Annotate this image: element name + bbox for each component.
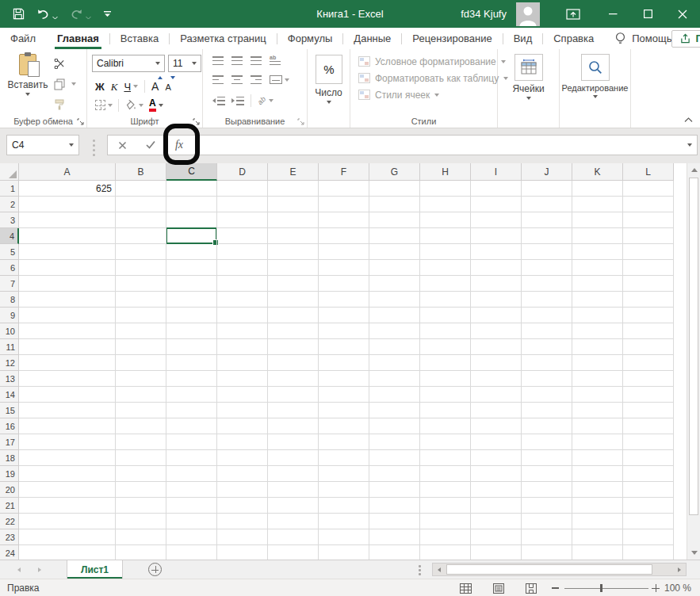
cells-button[interactable]: Ячейки xyxy=(498,54,559,100)
expand-formula-bar-icon[interactable] xyxy=(687,143,692,147)
row-header-1[interactable]: 1 xyxy=(0,181,19,197)
number-dropdown-icon[interactable] xyxy=(327,101,331,104)
row-header-21[interactable]: 21 xyxy=(0,498,19,514)
vertical-scrollbar[interactable] xyxy=(687,163,700,560)
row-header-7[interactable]: 7 xyxy=(0,276,19,292)
active-cell-selection[interactable] xyxy=(166,227,217,244)
ribbon-tab-6[interactable]: Вид xyxy=(503,28,543,49)
row-header-12[interactable]: 12 xyxy=(0,355,19,371)
row-header-5[interactable]: 5 xyxy=(0,244,19,260)
formula-input[interactable]: fx xyxy=(107,135,698,155)
zoom-out-icon[interactable] xyxy=(552,587,559,589)
fill-color-button[interactable] xyxy=(124,100,143,110)
decrease-font-button[interactable]: А xyxy=(165,79,170,94)
borders-button[interactable] xyxy=(95,100,113,110)
collapse-ribbon-icon[interactable] xyxy=(684,117,693,123)
align-right-icon[interactable] xyxy=(251,75,262,84)
ribbon-tab-7[interactable]: Справка xyxy=(543,28,604,49)
ribbon-tab-4[interactable]: Данные xyxy=(343,28,401,49)
zoom-slider[interactable] xyxy=(564,588,648,589)
scroll-down-icon[interactable] xyxy=(687,546,700,560)
column-header-C[interactable]: C xyxy=(166,163,217,181)
help-label[interactable]: Помощь xyxy=(632,32,671,44)
decrease-indent-icon[interactable] xyxy=(212,97,225,105)
align-center-icon[interactable] xyxy=(231,75,243,84)
sheet-next-icon[interactable] xyxy=(38,567,41,572)
column-header-F[interactable]: F xyxy=(319,163,369,181)
page-break-view-icon[interactable] xyxy=(526,583,537,594)
editing-button[interactable]: Редактирование xyxy=(560,54,630,98)
customize-qat-icon[interactable] xyxy=(103,10,112,18)
tab-file[interactable]: Файл xyxy=(0,28,47,49)
scroll-left-icon[interactable] xyxy=(433,564,446,575)
column-header-A[interactable]: A xyxy=(19,163,116,181)
row-header-14[interactable]: 14 xyxy=(0,387,19,403)
share-button[interactable]: Поделиться xyxy=(671,30,700,48)
row-header-9[interactable]: 9 xyxy=(0,308,19,323)
increase-indent-icon[interactable] xyxy=(231,97,244,105)
row-header-19[interactable]: 19 xyxy=(0,466,19,482)
font-dialog-launcher-icon[interactable] xyxy=(193,118,200,125)
avatar[interactable] xyxy=(516,2,540,26)
column-header-E[interactable]: E xyxy=(268,163,319,181)
orientation-button[interactable]: ab xyxy=(258,97,273,105)
paste-dropdown-icon[interactable] xyxy=(25,93,30,96)
sheet-tab-active[interactable]: Лист1 xyxy=(67,560,123,579)
cancel-icon[interactable] xyxy=(108,141,136,150)
font-size-select[interactable]: 11 xyxy=(168,55,201,72)
column-header-H[interactable]: H xyxy=(420,163,471,181)
row-header-16[interactable]: 16 xyxy=(0,418,19,434)
copy-dropdown-icon[interactable] xyxy=(71,82,76,86)
ribbon-tab-1[interactable]: Вставка xyxy=(110,28,169,49)
column-header-J[interactable]: J xyxy=(522,163,572,181)
cells-layer[interactable]: 625 xyxy=(19,181,674,560)
clipboard-dialog-launcher-icon[interactable] xyxy=(77,118,84,125)
row-header-4[interactable]: 4 xyxy=(0,228,19,244)
wrap-text-icon[interactable]: ab xyxy=(270,56,281,65)
account-name[interactable]: fd34 Kjufy xyxy=(461,8,507,20)
zoom-level[interactable]: 100 % xyxy=(664,583,691,594)
undo-button[interactable] xyxy=(36,9,58,20)
row-header-11[interactable]: 11 xyxy=(0,339,19,355)
ribbon-tab-3[interactable]: Формулы xyxy=(277,28,343,49)
row-header-13[interactable]: 13 xyxy=(0,371,19,387)
sheet-prev-icon[interactable] xyxy=(17,567,21,572)
name-box[interactable]: C4 xyxy=(6,135,79,155)
minimize-button[interactable] xyxy=(595,0,630,28)
align-left-icon[interactable] xyxy=(212,75,224,84)
row-header-24[interactable]: 24 xyxy=(0,545,19,560)
row-header-22[interactable]: 22 xyxy=(0,514,19,529)
copy-button[interactable] xyxy=(51,76,68,92)
save-icon[interactable] xyxy=(13,8,25,20)
align-middle-icon[interactable] xyxy=(231,56,243,65)
underline-dropdown-icon[interactable] xyxy=(133,85,138,88)
page-layout-view-icon[interactable] xyxy=(493,583,504,594)
ribbon-tab-0[interactable]: Главная xyxy=(47,28,109,49)
formula-bar-drag-handle[interactable] xyxy=(93,139,95,156)
ribbon-display-options-icon[interactable] xyxy=(556,0,591,28)
tabbar-splitter[interactable] xyxy=(419,565,421,575)
horizontal-scroll-thumb[interactable] xyxy=(446,564,652,575)
column-header-L[interactable]: L xyxy=(623,163,674,181)
row-header-20[interactable]: 20 xyxy=(0,482,19,498)
maximize-button[interactable] xyxy=(630,0,665,28)
font-family-select[interactable]: Calibri xyxy=(92,55,165,72)
row-header-18[interactable]: 18 xyxy=(0,450,19,466)
zoom-in-icon[interactable] xyxy=(652,584,660,592)
increase-font-button[interactable]: А xyxy=(151,79,159,94)
merge-center-button[interactable] xyxy=(270,75,289,84)
percent-style-button[interactable]: % xyxy=(316,55,342,84)
column-header-B[interactable]: B xyxy=(116,163,166,181)
underline-button[interactable]: Ч xyxy=(124,82,131,92)
new-sheet-icon[interactable] xyxy=(148,563,162,576)
scroll-right-icon[interactable] xyxy=(673,564,686,575)
column-header-I[interactable]: I xyxy=(471,163,522,181)
alignment-dialog-launcher-icon[interactable] xyxy=(297,118,304,125)
ribbon-tab-5[interactable]: Рецензирование xyxy=(402,28,502,49)
number-format-label[interactable]: Число xyxy=(315,87,342,98)
align-bottom-icon[interactable] xyxy=(251,56,262,65)
vertical-scroll-thumb[interactable] xyxy=(689,178,698,515)
column-header-G[interactable]: G xyxy=(369,163,420,181)
row-header-2[interactable]: 2 xyxy=(0,197,19,212)
row-header-23[interactable]: 23 xyxy=(0,529,19,545)
